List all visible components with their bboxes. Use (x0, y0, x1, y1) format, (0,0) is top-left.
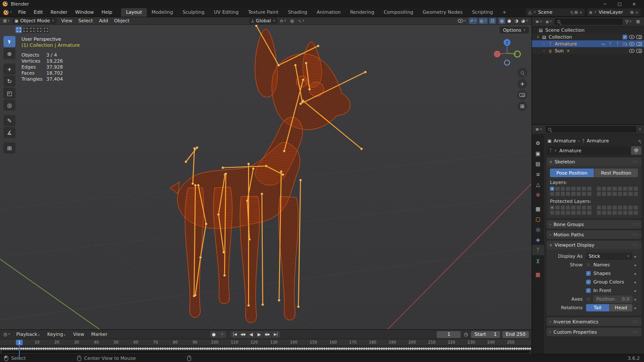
properties-tab-collection[interactable]: ▦ (532, 204, 544, 214)
tail-button[interactable]: Tail (586, 304, 610, 311)
proportional-editing-toggle[interactable]: ◎ (289, 18, 296, 24)
bone-joint[interactable] (283, 150, 285, 152)
outliner-editor-type-button[interactable]: ≡ ∨ (535, 18, 544, 25)
bone-joint[interactable] (248, 238, 250, 240)
tab-modeling[interactable]: Modeling (147, 8, 178, 17)
jump-to-start-button[interactable]: |◀ (231, 331, 239, 338)
outliner-row-armature[interactable]: › ᛉ Armature ↝ ᛉ ᛉ ▽2 (532, 40, 644, 47)
editor-type-button[interactable]: ⊞ ∨ (2, 18, 11, 24)
bone-joint[interactable] (205, 223, 207, 225)
falloff-selector[interactable]: ∿ ∨ (297, 18, 306, 24)
layer-toggle[interactable] (597, 205, 601, 210)
panel-grip-icon[interactable]: ∷∷ (633, 160, 638, 164)
outliner-row-collection[interactable]: ∨ ▤ Collection ✓ (532, 33, 644, 40)
properties-tab-view-layer[interactable]: ⧈ (532, 169, 544, 179)
bone-joint[interactable] (317, 45, 319, 47)
panel-grip-icon[interactable]: ∷∷ (633, 222, 638, 226)
bone-joint[interactable] (255, 25, 257, 27)
viewport-menu-select[interactable]: Select (76, 18, 96, 24)
select-mode-extend-button[interactable] (22, 27, 29, 33)
toggle-ortho-button[interactable]: ⊞ (517, 101, 527, 111)
menu-window[interactable]: Window (71, 9, 97, 16)
tool-annotate[interactable]: ✎ (3, 115, 15, 126)
bone-joint[interactable] (222, 166, 224, 169)
bone-joint[interactable] (194, 184, 196, 186)
layer-toggle[interactable] (587, 211, 591, 215)
layer-toggle[interactable] (582, 192, 586, 196)
bone-joint[interactable] (246, 199, 248, 202)
head-button[interactable]: Head (610, 304, 633, 311)
layer-toggle[interactable] (618, 187, 622, 191)
expander-closed-icon[interactable]: › (542, 49, 546, 53)
layer-toggle[interactable] (561, 192, 565, 196)
viewport-menu-view[interactable]: View (58, 18, 75, 24)
layer-toggle[interactable] (628, 192, 632, 196)
layer-toggle[interactable] (582, 205, 586, 210)
layer-toggle[interactable] (555, 211, 559, 215)
tool-select-box[interactable] (3, 36, 15, 47)
tool-measure[interactable]: ∡ (3, 127, 15, 138)
layer-toggle[interactable] (634, 192, 638, 196)
menu-render[interactable]: Render (47, 9, 71, 16)
layer-toggle[interactable] (612, 187, 617, 191)
layer-toggle[interactable] (618, 211, 622, 215)
bone-joint[interactable] (185, 160, 187, 163)
mode-selector[interactable]: ▣ Object Mode ∨ (12, 18, 57, 24)
hide-in-viewport-icon[interactable] (629, 35, 635, 39)
pan-view-button[interactable]: + (517, 79, 527, 89)
tab-compositing[interactable]: Compositing (379, 8, 418, 17)
outliner-filter-button[interactable]: ▽ ∨ (624, 18, 633, 25)
unlink-scene-icon[interactable]: × (579, 10, 583, 15)
disable-in-renders-icon[interactable] (636, 49, 642, 53)
bone-joint[interactable] (364, 71, 366, 73)
bone-joint[interactable] (278, 299, 280, 301)
current-frame-field[interactable]: 1 (437, 331, 461, 338)
layer-toggle[interactable] (587, 192, 591, 196)
bone-joint[interactable] (247, 304, 249, 306)
frame-end-field[interactable]: End 250 (502, 331, 529, 338)
layer-toggle[interactable] (550, 205, 554, 210)
gizmo-x-axis[interactable] (494, 51, 500, 57)
group-colors-checkbox[interactable]: ✓ (586, 280, 591, 284)
layer-toggle[interactable] (597, 211, 601, 215)
properties-tab-world[interactable]: ⊕ (532, 190, 544, 200)
layer-toggle[interactable] (555, 192, 559, 196)
menu-help[interactable]: Help (97, 9, 116, 16)
layer-toggle[interactable] (571, 211, 575, 215)
shading-rendered-button[interactable]: ◕∨ (520, 18, 529, 24)
app-menu-button[interactable]: ∨ (2, 10, 14, 15)
bone-joint[interactable] (277, 64, 279, 66)
select-mode-subtract-button[interactable] (29, 27, 36, 33)
layer-toggle[interactable] (607, 187, 611, 191)
properties-tab-tool[interactable]: ⚙ (532, 138, 544, 148)
new-collection-button[interactable]: ⊞ (635, 18, 641, 25)
layer-toggle[interactable] (577, 187, 581, 191)
jump-to-end-button[interactable]: ▶| (272, 331, 280, 338)
layer-toggle[interactable] (566, 211, 570, 215)
auto-keyframe-clock-icon[interactable]: ◷ (464, 332, 468, 337)
names-checkbox[interactable]: ✓ (586, 262, 591, 267)
tab-animation[interactable]: Animation (312, 8, 345, 17)
timeline-menu-keying[interactable]: Keying∨ (44, 331, 70, 338)
orientation-selector[interactable]: ⟂ Global ∨ (249, 18, 278, 24)
layer-toggle[interactable] (577, 205, 581, 210)
properties-search-input[interactable] (546, 126, 636, 133)
hide-in-viewport-icon[interactable] (629, 42, 635, 46)
animate-dot-icon[interactable]: ● (632, 272, 638, 275)
layer-toggle[interactable] (571, 187, 575, 191)
layer-toggle[interactable] (634, 187, 638, 191)
timeline-ruler[interactable]: 1 10203040506070809010011012013014015016… (0, 339, 532, 346)
new-scene-icon[interactable]: ⧉ (574, 10, 577, 15)
layer-toggle[interactable] (607, 211, 611, 215)
bone-joint[interactable] (302, 78, 304, 81)
axes-position-slider[interactable]: Position 0.0 (593, 296, 632, 303)
properties-tab-output[interactable]: ▤ (532, 159, 544, 169)
tab-texture-paint[interactable]: Texture Paint (243, 8, 283, 17)
tool-scale[interactable]: ◰ (3, 87, 15, 99)
bone-joint[interactable] (280, 170, 282, 172)
layer-toggle[interactable] (623, 192, 627, 196)
current-frame-marker[interactable]: 1 (16, 340, 23, 345)
tab-scripting[interactable]: Scripting (467, 8, 498, 17)
expander-closed-icon[interactable]: › (542, 42, 546, 46)
bone-joint[interactable] (261, 303, 264, 305)
